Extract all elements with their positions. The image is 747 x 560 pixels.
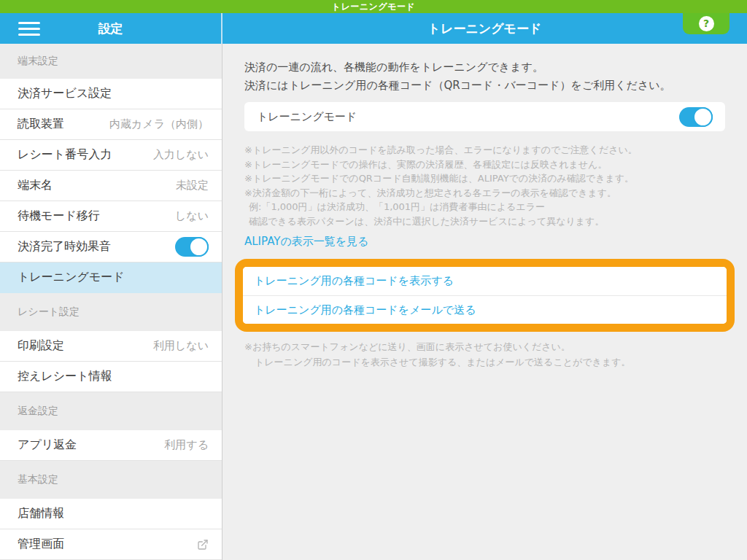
alipay-display-list-link[interactable]: ALIPAYの表示一覧を見る bbox=[244, 235, 368, 249]
intro-text: 決済の一連の流れ、各機能の動作をトレーニングできます。 決済にはトレーニング用の… bbox=[244, 58, 725, 95]
training-mode-toggle-label: トレーニングモード bbox=[257, 110, 357, 124]
sidebar-header: 設定 bbox=[0, 13, 222, 44]
app-header: 設定 トレーニングモード ? bbox=[0, 13, 747, 44]
help-button[interactable]: ? bbox=[683, 13, 729, 34]
intro-line: 決済の一連の流れ、各機能の動作をトレーニングできます。 bbox=[244, 58, 725, 77]
payment-sound-toggle[interactable] bbox=[175, 237, 209, 257]
training-mode-toggle[interactable] bbox=[679, 107, 713, 127]
training-mode-banner: トレーニングモード bbox=[0, 0, 747, 13]
sidebar-item-value: 入力しない bbox=[153, 148, 209, 162]
sidebar-item-app-refund[interactable]: アプリ返金 利用する bbox=[0, 430, 222, 461]
training-code-footnotes: ※お持ちのスマートフォンなどに送り、画面に表示させてお使いください。 トレーニン… bbox=[244, 339, 725, 370]
sidebar-item-label: 待機モード移行 bbox=[18, 209, 100, 224]
section-label-refund-settings: 返金設定 bbox=[0, 392, 222, 430]
note-line: ※決済金額の下一桁によって、決済成功と想定される各エラーの表示を確認できます。 bbox=[244, 186, 725, 201]
sidebar-item-label: 印刷設定 bbox=[18, 338, 64, 354]
training-mode-notes: ※トレーニング用以外のコードを読み取った場合、エラーになりますのでご注意ください… bbox=[244, 143, 725, 228]
sidebar-item-label: 管理画面 bbox=[18, 537, 64, 552]
sidebar-item-value: 利用する bbox=[164, 438, 209, 452]
sidebar-item-admin-screen[interactable]: 管理画面 bbox=[0, 529, 222, 560]
sidebar-item-label: 決済サービス設定 bbox=[18, 86, 112, 101]
sidebar-item-store-info[interactable]: 店舗情報 bbox=[0, 499, 222, 529]
email-training-codes-link[interactable]: トレーニング用の各種コードをメールで送る bbox=[243, 295, 727, 324]
question-mark-icon: ? bbox=[699, 16, 714, 31]
sidebar-item-value: 利用しない bbox=[153, 339, 209, 353]
section-label-receipt-settings: レシート設定 bbox=[0, 293, 222, 331]
sidebar-item-label: レシート番号入力 bbox=[18, 147, 112, 163]
section-label-terminal-settings: 端末設定 bbox=[0, 44, 222, 79]
sidebar-item-label: アプリ返金 bbox=[18, 438, 77, 453]
training-mode-toggle-row: トレーニングモード bbox=[244, 102, 725, 131]
external-link-icon bbox=[197, 539, 209, 551]
note-line: ※トレーニングモードでのQRコード自動識別機能は、ALIPAYでの決済のみ確認で… bbox=[244, 171, 725, 186]
sidebar-item-label: 控えレシート情報 bbox=[18, 369, 112, 384]
sidebar-item-copy-receipt-info[interactable]: 控えレシート情報 bbox=[0, 362, 222, 392]
sidebar-item-label: 決済完了時効果音 bbox=[18, 239, 111, 254]
sidebar-item-payment-service-settings[interactable]: 決済サービス設定 bbox=[0, 79, 222, 109]
footnote-line: トレーニング用のコードを表示させて撮影する、またはメールで送ることができます。 bbox=[244, 354, 725, 370]
sidebar-item-value: 内蔵カメラ（内側） bbox=[109, 117, 209, 131]
training-mode-panel: 決済の一連の流れ、各機能の動作をトレーニングできます。 決済にはトレーニング用の… bbox=[222, 44, 747, 560]
sidebar-item-receipt-number-input[interactable]: レシート番号入力 入力しない bbox=[0, 140, 222, 171]
sidebar-item-value: 未設定 bbox=[176, 179, 209, 192]
sidebar-item-standby-mode[interactable]: 待機モード移行 しない bbox=[0, 201, 222, 232]
show-training-codes-link[interactable]: トレーニング用の各種コードを表示する bbox=[243, 267, 727, 295]
sidebar-item-print-settings[interactable]: 印刷設定 利用しない bbox=[0, 331, 222, 362]
sidebar-item-label: 読取装置 bbox=[18, 117, 64, 132]
page-title: トレーニングモード bbox=[222, 20, 747, 37]
note-line: 確認できる表示パターンは、決済中に選択した決済サービスによって異なります。 bbox=[244, 214, 725, 229]
section-label-basic-settings: 基本設定 bbox=[0, 461, 222, 499]
sidebar-item-label: 店舗情報 bbox=[18, 506, 64, 521]
note-line: 例:「1,000円」は決済成功、「1,001円」は消費者事由によるエラー bbox=[244, 200, 725, 214]
sidebar-item-value: しない bbox=[175, 209, 209, 223]
intro-line: 決済にはトレーニング用の各種コード（QRコード・バーコード）をご利用ください。 bbox=[244, 77, 725, 95]
orange-highlight-annotation: トレーニング用の各種コードを表示する トレーニング用の各種コードをメールで送る bbox=[235, 259, 735, 332]
main-header: トレーニングモード bbox=[222, 13, 747, 44]
banner-label: トレーニングモード bbox=[332, 1, 415, 13]
settings-sidebar: 端末設定 決済サービス設定 読取装置 内蔵カメラ（内側） レシート番号入力 入力… bbox=[0, 44, 222, 560]
sidebar-item-label: トレーニングモード bbox=[18, 270, 125, 285]
note-line: ※トレーニング用以外のコードを読み取った場合、エラーになりますのでご注意ください… bbox=[244, 143, 725, 158]
note-line: ※トレーニングモードでの操作は、実際の決済履歴、各種設定には反映されません。 bbox=[244, 158, 725, 172]
content-container: 端末設定 決済サービス設定 読取装置 内蔵カメラ（内側） レシート番号入力 入力… bbox=[0, 44, 747, 560]
sidebar-item-terminal-name[interactable]: 端末名 未設定 bbox=[0, 171, 222, 201]
sidebar-item-reader-device[interactable]: 読取装置 内蔵カメラ（内側） bbox=[0, 109, 222, 140]
sidebar-item-label: 端末名 bbox=[18, 178, 53, 193]
sidebar-item-payment-sound[interactable]: 決済完了時効果音 bbox=[0, 232, 222, 262]
sidebar-item-training-mode[interactable]: トレーニングモード bbox=[0, 262, 222, 293]
footnote-line: ※お持ちのスマートフォンなどに送り、画面に表示させてお使いください。 bbox=[244, 339, 725, 354]
hamburger-menu-icon[interactable] bbox=[18, 22, 40, 36]
